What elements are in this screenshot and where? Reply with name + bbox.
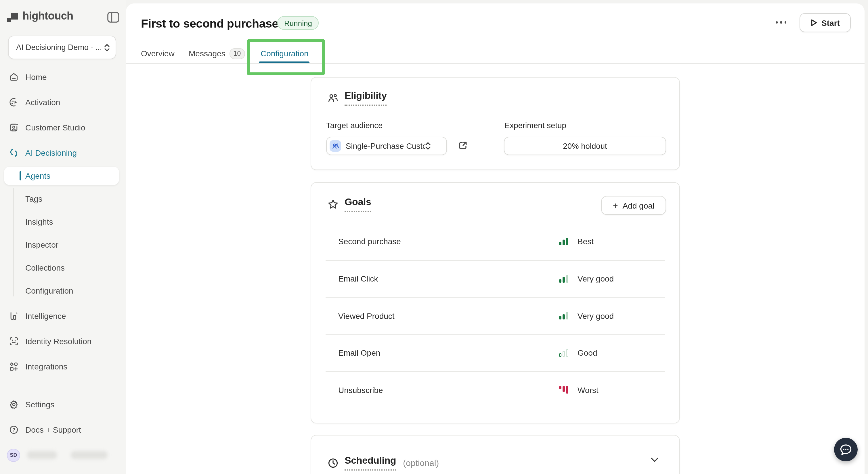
active-indicator-bar — [20, 171, 21, 180]
clock-icon — [327, 457, 339, 469]
sidebar-item-integrations[interactable]: Integrations — [0, 358, 126, 375]
goals-card: Goals + Add goal Second purchase Best Em… — [311, 182, 680, 424]
sidebar-item-home[interactable]: Home — [0, 68, 126, 86]
rating-bars-icon — [559, 312, 569, 319]
tabs-divider — [126, 63, 865, 64]
people-icon — [327, 92, 339, 104]
hightouch-logo-icon — [7, 13, 19, 24]
gear-icon — [9, 399, 19, 410]
page-title: First to second purchase — [141, 16, 278, 30]
scheduling-card[interactable]: Scheduling (optional) — [311, 435, 680, 474]
start-button-label: Start — [822, 18, 840, 27]
user-name-redacted — [27, 451, 57, 459]
logo-text: hightouch — [23, 10, 73, 23]
optional-label: (optional) — [403, 458, 439, 468]
goal-name: Viewed Product — [338, 311, 395, 320]
sidebar-item-configuration[interactable]: Configuration — [0, 283, 126, 299]
sidebar-collapse-icon[interactable] — [107, 11, 120, 23]
target-audience-label: Target audience — [326, 121, 382, 130]
experiment-setup-button[interactable]: 20% holdout — [504, 137, 666, 155]
experiment-value: 20% holdout — [563, 142, 607, 150]
chat-bubble-icon — [839, 443, 852, 456]
chevron-down-icon[interactable] — [651, 458, 659, 463]
sidebar-item-label: Inspector — [25, 240, 58, 249]
rating-bars-icon — [559, 275, 569, 282]
sidebar-item-label: Configuration — [25, 286, 73, 295]
goal-row: Second purchase Best — [311, 233, 679, 250]
messages-count-badge: 10 — [229, 48, 245, 59]
ai-decisioning-icon — [9, 148, 19, 158]
sidebar-item-label: Intelligence — [25, 311, 66, 320]
rating-label: Very good — [578, 311, 614, 320]
sidebar-item-activation[interactable]: Activation — [0, 94, 126, 111]
logo: hightouch — [0, 8, 126, 29]
start-button[interactable]: Start — [800, 13, 851, 32]
sidebar-item-label: Activation — [25, 98, 60, 107]
status-badge: Running — [277, 16, 319, 30]
add-goal-button[interactable]: + Add goal — [601, 196, 666, 215]
sidebar-item-label: Tags — [25, 194, 42, 203]
card-title: Scheduling — [345, 455, 396, 471]
more-menu-button[interactable] — [774, 17, 788, 28]
goal-name: Email Click — [338, 274, 378, 283]
user-email-redacted — [71, 451, 107, 459]
row-divider — [326, 260, 665, 261]
sidebar-item-label: Identity Resolution — [25, 337, 91, 346]
rating-label: Worst — [578, 385, 598, 395]
row-divider — [326, 297, 665, 298]
row-divider — [326, 334, 665, 335]
sidebar-item-customer-studio[interactable]: Customer Studio — [0, 119, 126, 136]
home-icon — [9, 72, 19, 82]
activation-icon — [9, 97, 19, 107]
goal-rating: Good — [559, 348, 597, 358]
rating-bars-icon — [559, 349, 569, 357]
goal-rating: Very good — [559, 274, 614, 283]
sidebar-item-agents[interactable]: Agents — [4, 167, 119, 185]
goal-row: Email Click Very good — [311, 270, 679, 287]
svg-text:?: ? — [12, 427, 15, 433]
sidebar-item-label: Agents — [25, 171, 50, 180]
sidebar-item-intelligence[interactable]: Intelligence — [0, 307, 126, 325]
intelligence-icon — [9, 311, 19, 321]
experiment-setup-label: Experiment setup — [504, 121, 566, 130]
sidebar-item-settings[interactable]: Settings — [0, 396, 126, 413]
sidebar-item-identity-resolution[interactable]: Identity Resolution — [0, 333, 126, 350]
tab-label: Overview — [141, 49, 175, 58]
sidebar-item-docs-support[interactable]: ? Docs + Support — [0, 421, 126, 438]
integrations-icon — [9, 361, 19, 372]
workspace-selector[interactable]: AI Decisioning Demo - ... — [8, 36, 116, 59]
plus-icon: + — [613, 201, 618, 210]
audience-people-icon — [330, 140, 341, 152]
audience-value: Single-Purchase Custon — [346, 142, 425, 150]
sidebar-item-label: Settings — [25, 400, 54, 409]
goal-row: Viewed Product Very good — [311, 307, 679, 324]
tab-configuration[interactable]: Configuration — [260, 48, 309, 59]
sidebar-item-label: Integrations — [25, 362, 67, 371]
audience-select[interactable]: Single-Purchase Custon — [326, 137, 447, 155]
goal-name: Second purchase — [338, 237, 401, 246]
customer-studio-icon — [9, 123, 19, 133]
sidebar-item-collections[interactable]: Collections — [0, 260, 126, 276]
sidebar-item-tags[interactable]: Tags — [0, 191, 126, 207]
tab-overview[interactable]: Overview — [141, 48, 175, 59]
row-divider — [326, 371, 665, 372]
sidebar-item-label: Collections — [25, 263, 65, 272]
sidebar-item-ai-decisioning[interactable]: AI Decisioning — [0, 144, 126, 162]
goal-row: Unsubscribe Worst — [311, 381, 679, 399]
sidebar-item-insights[interactable]: Insights — [0, 214, 126, 230]
card-title: Goals — [345, 197, 371, 212]
chat-widget-button[interactable] — [834, 438, 858, 461]
tab-messages[interactable]: Messages 10 — [189, 48, 245, 59]
chevron-updown-icon — [104, 43, 110, 52]
goal-rating: Best — [559, 237, 594, 246]
sidebar-item-inspector[interactable]: Inspector — [0, 237, 126, 253]
rating-bars-icon — [559, 386, 569, 394]
star-icon — [327, 199, 339, 210]
card-title: Eligibility — [345, 90, 387, 106]
open-audience-external-link-icon[interactable] — [459, 141, 468, 150]
rating-label: Best — [578, 237, 594, 246]
rating-bars-icon — [559, 238, 569, 245]
goal-name: Unsubscribe — [338, 385, 383, 395]
sidebar-item-label: Customer Studio — [25, 123, 86, 132]
user-menu[interactable]: SD — [7, 449, 120, 461]
